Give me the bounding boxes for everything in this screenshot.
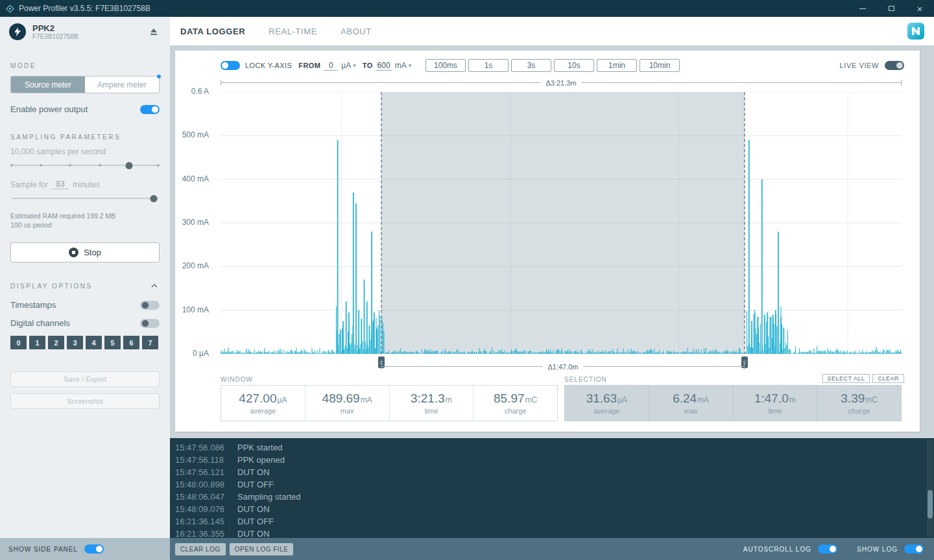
slider-track xyxy=(12,165,158,166)
mode-option-source-meter[interactable]: Source meter xyxy=(11,76,85,93)
y-to-unit-select[interactable]: mA ▾ xyxy=(395,61,412,70)
select-all-button[interactable]: SELECT ALL xyxy=(822,374,870,383)
stat-label: max xyxy=(684,407,698,415)
stop-button[interactable]: Stop xyxy=(10,242,160,262)
stat-value: 3:21.3 xyxy=(411,391,445,406)
mode-option-ampere-meter[interactable]: Ampere meter xyxy=(85,76,159,93)
stat-value-row: 31.63µA xyxy=(586,391,627,406)
y-from-unit-value: µA xyxy=(341,61,351,70)
toggle-knob xyxy=(830,546,836,552)
tab-about[interactable]: ABOUT xyxy=(341,27,372,36)
stat-unit: m xyxy=(789,395,796,404)
mode-toggle-group: Source meterAmpere meter xyxy=(10,76,160,93)
log-timestamp: 15:48:06.047 xyxy=(175,491,237,503)
stat-unit: mC xyxy=(865,395,878,404)
window-button-10s[interactable]: 10s xyxy=(554,59,594,72)
tab-data-logger[interactable]: DATA LOGGER xyxy=(180,27,245,36)
log-timestamp: 15:47:56.121 xyxy=(175,466,237,478)
maximize-button[interactable] xyxy=(877,0,905,17)
stat-label: charge xyxy=(848,407,870,415)
stat-label: average xyxy=(593,407,619,415)
digital-channels-toggle[interactable] xyxy=(140,319,160,328)
channel-button-5[interactable]: 5 xyxy=(104,336,121,349)
stat-value: 427.00 xyxy=(239,391,276,406)
chart-plot[interactable] xyxy=(221,92,902,354)
stat-value-row: 6.24mA xyxy=(673,391,709,406)
minimize-icon xyxy=(859,8,866,9)
channel-button-2[interactable]: 2 xyxy=(48,336,64,349)
stat-value: 3.39 xyxy=(841,391,865,406)
close-button[interactable]: × xyxy=(905,0,934,17)
minimize-button[interactable] xyxy=(848,0,877,17)
show-log-toggle[interactable] xyxy=(904,544,924,554)
device-info: PPK2 F7E3B102758B xyxy=(32,23,78,40)
duration-slider[interactable] xyxy=(12,194,158,202)
stat-value: 489.69 xyxy=(322,391,360,406)
window-button-100ms[interactable]: 100ms xyxy=(425,59,466,72)
lock-y-axis-label: LOCK Y-AXIS xyxy=(245,62,292,69)
channel-button-4[interactable]: 4 xyxy=(86,336,102,349)
show-side-panel-toggle[interactable] xyxy=(84,544,104,554)
collapse-section-button[interactable] xyxy=(149,282,160,290)
sample-rate-slider[interactable] xyxy=(12,161,158,169)
window-title: Power Profiler v3.5.5: F7E3B102758B xyxy=(19,4,150,13)
y-from-input[interactable]: 0 xyxy=(324,61,338,71)
notification-dot xyxy=(157,75,161,78)
tab-real-time[interactable]: REAL-TIME xyxy=(269,27,317,36)
log-entry: 15:48:00.898DUT OFF xyxy=(175,478,934,491)
period-note: 100 us period xyxy=(10,220,160,229)
duration-input[interactable]: 83 xyxy=(52,180,69,189)
display-options-heading: DISPLAY OPTIONS xyxy=(10,283,93,290)
open-log-file-button[interactable]: OPEN LOG FILE xyxy=(230,543,294,555)
chevron-up-icon xyxy=(151,284,158,288)
selection-actions: SELECT ALL CLEAR xyxy=(822,374,904,383)
sample-duration-row: Sample for 83 minutes xyxy=(10,180,160,189)
y-from-unit-select[interactable]: µA ▾ xyxy=(341,61,355,70)
save-export-button[interactable]: Save / Export xyxy=(10,371,160,387)
window-button-1s[interactable]: 1s xyxy=(468,59,509,72)
eject-button[interactable] xyxy=(147,25,161,38)
timestamps-toggle[interactable] xyxy=(140,301,160,310)
channel-button-0[interactable]: 0 xyxy=(10,336,27,349)
sidebar: PPK2 F7E3B102758B MODE Source meterAmper… xyxy=(0,17,170,560)
log-scrollbar[interactable] xyxy=(927,439,933,537)
live-view-toggle[interactable] xyxy=(885,61,904,70)
channel-button-6[interactable]: 6 xyxy=(123,336,139,349)
window-button-3s[interactable]: 3s xyxy=(511,59,551,72)
channel-button-7[interactable]: 7 xyxy=(142,336,158,349)
live-view-control: LIVE VIEW xyxy=(840,61,904,70)
bottom-bar: CLEAR LOG OPEN LOG FILE AUTOSCROLL LOG S… xyxy=(170,538,934,560)
stat-label: time xyxy=(424,407,438,415)
app-icon xyxy=(6,5,14,13)
clear-log-button[interactable]: CLEAR LOG xyxy=(175,543,226,555)
log-toggles: AUTOSCROLL LOG SHOW LOG xyxy=(743,544,924,554)
duration-slider-handle[interactable] xyxy=(150,195,158,202)
screenshot-button[interactable]: Screenshot xyxy=(10,393,160,409)
y-to-input[interactable]: 600 xyxy=(376,61,392,71)
window-button-10min[interactable]: 10min xyxy=(640,59,680,72)
log-scrollbar-thumb[interactable] xyxy=(928,490,933,519)
device-header[interactable]: PPK2 F7E3B102758B xyxy=(0,17,170,47)
power-output-toggle[interactable] xyxy=(140,105,160,114)
y-to-unit-value: mA xyxy=(395,61,407,70)
channel-button-3[interactable]: 3 xyxy=(67,336,83,349)
channel-button-1[interactable]: 1 xyxy=(29,336,45,349)
digital-channel-buttons: 01234567 xyxy=(10,336,160,349)
device-serial: F7E3B102758B xyxy=(32,33,78,40)
autoscroll-log-toggle[interactable] xyxy=(818,544,837,554)
clear-selection-button[interactable]: CLEAR xyxy=(872,374,904,383)
current-chart xyxy=(221,92,902,354)
y-axis-tick: 0 µA xyxy=(193,349,209,358)
stat-max: 6.24mAmax xyxy=(649,386,733,421)
sample-rate-label: 10,000 samples per second xyxy=(10,147,160,156)
stat-value-row: 427.00µA xyxy=(239,391,287,406)
stat-time: 3:21.3mtime xyxy=(389,386,473,421)
log-message: Sampling started xyxy=(237,492,301,502)
lock-y-axis-toggle[interactable] xyxy=(221,61,240,70)
log-timestamp: 16:21:36.355 xyxy=(175,528,237,538)
log-entry: 15:48:09.076DUT ON xyxy=(175,503,934,515)
window-button-1min[interactable]: 1min xyxy=(597,59,637,72)
sample-rate-slider-handle[interactable] xyxy=(125,162,132,169)
stat-value-row: 3:21.3m xyxy=(411,391,452,406)
toggle-knob xyxy=(222,62,228,69)
